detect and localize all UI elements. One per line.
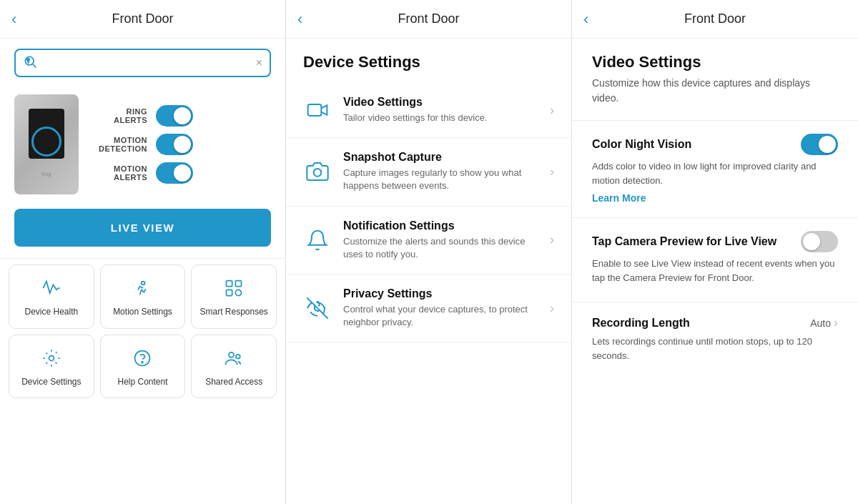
video-settings-section-title: Video Settings <box>572 39 858 76</box>
color-night-vision-desc: Adds color to video in low light for imp… <box>592 159 838 187</box>
ring-alerts-row: RINGALERTS <box>96 105 193 127</box>
middle-panel: ‹ Front Door Device Settings Video Setti… <box>286 0 572 504</box>
grid-item-smart-responses[interactable]: Smart Responses <box>191 265 277 329</box>
privacy-settings-icon <box>303 294 332 322</box>
recording-length-header: Recording Length Auto › <box>592 315 838 330</box>
motion-settings-label: Motion Settings <box>113 307 172 318</box>
device-settings-label: Device Settings <box>21 377 81 388</box>
recording-length-chevron: › <box>834 315 838 330</box>
device-grid: Device Health Motion Settings Smart Resp… <box>0 258 285 404</box>
smart-responses-icon <box>221 275 247 301</box>
svg-point-5 <box>142 282 145 285</box>
video-settings-subtitle: Customize how this device captures and d… <box>572 76 858 120</box>
notification-settings-icon <box>303 226 332 255</box>
grid-item-motion-settings[interactable]: Motion Settings <box>100 265 186 329</box>
right-back-button[interactable]: ‹ <box>583 10 588 29</box>
color-night-vision-header: Color Night Vision <box>592 134 838 155</box>
device-health-label: Device Health <box>24 307 78 318</box>
motion-alerts-row: MOTIONALERTS <box>96 162 193 184</box>
snapshot-name: Snapshot Capture <box>343 151 538 164</box>
help-content-label: Help Content <box>117 377 167 388</box>
search-clear-button[interactable]: × <box>256 56 262 69</box>
svg-point-13 <box>229 352 234 357</box>
right-panel: ‹ Front Door Video Settings Customize ho… <box>572 0 858 504</box>
live-view-button[interactable]: LIVE VIEW <box>14 209 271 247</box>
middle-title: Front Door <box>398 11 459 26</box>
device-settings-title: Device Settings <box>286 39 571 83</box>
left-header: ‹ Front Door <box>0 0 285 39</box>
snapshot-text: Snapshot Capture Capture images regularl… <box>343 151 538 192</box>
ring-alerts-label: RINGALERTS <box>96 107 147 124</box>
left-title: Front Door <box>112 11 173 26</box>
settings-list: Video Settings Tailor video settings for… <box>286 83 571 504</box>
settings-item-privacy[interactable]: Privacy Settings Control what your devic… <box>286 275 571 342</box>
device-settings-icon <box>39 345 64 371</box>
color-night-vision-toggle[interactable] <box>801 134 838 155</box>
privacy-chevron: › <box>550 301 554 316</box>
color-night-vision-row: Color Night Vision Adds color to video i… <box>572 120 858 217</box>
notification-chevron: › <box>550 232 554 247</box>
help-content-icon <box>129 345 155 371</box>
toggles-area: RINGALERTS MOTIONDETECTION MOTIONALERTS <box>96 105 193 184</box>
left-panel: ‹ Front Door × ring RINGALERTS <box>0 0 286 504</box>
search-icon <box>23 54 37 71</box>
tap-camera-preview-desc: Enable to see Live View instead of recen… <box>592 257 838 285</box>
left-back-button[interactable]: ‹ <box>11 10 16 29</box>
video-settings-text: Video Settings Tailor video settings for… <box>343 96 538 124</box>
tap-camera-preview-toggle[interactable] <box>801 231 838 252</box>
search-input[interactable] <box>43 57 250 69</box>
settings-item-video[interactable]: Video Settings Tailor video settings for… <box>286 83 571 138</box>
settings-item-notification[interactable]: Notification Settings Customize the aler… <box>286 207 571 275</box>
right-header: ‹ Front Door <box>572 0 858 39</box>
shared-access-label: Shared Access <box>205 377 262 388</box>
privacy-text: Privacy Settings Control what your devic… <box>343 287 538 329</box>
recording-length-name: Recording Length <box>592 317 690 330</box>
motion-alerts-toggle[interactable] <box>156 162 193 184</box>
notification-desc: Customize the alerts and sounds this dev… <box>343 235 538 261</box>
motion-detection-label: MOTIONDETECTION <box>96 136 147 153</box>
svg-rect-7 <box>235 281 241 287</box>
motion-detection-row: MOTIONDETECTION <box>96 134 193 155</box>
tap-camera-preview-header: Tap Camera Preview for Live View <box>592 231 838 252</box>
recording-length-value-area[interactable]: Auto › <box>810 315 838 330</box>
video-settings-desc: Tailor video settings for this device. <box>343 112 538 124</box>
video-settings-name: Video Settings <box>343 96 538 109</box>
svg-point-14 <box>236 354 240 358</box>
grid-item-device-health[interactable]: Device Health <box>9 265 94 329</box>
svg-point-10 <box>49 355 54 360</box>
svg-rect-15 <box>308 104 322 116</box>
snapshot-desc: Capture images regularly to show you wha… <box>343 167 538 192</box>
svg-rect-8 <box>227 290 232 295</box>
smart-responses-label: Smart Responses <box>199 307 267 318</box>
svg-point-2 <box>27 59 29 61</box>
search-bar[interactable]: × <box>14 49 271 77</box>
motion-settings-icon <box>129 275 155 301</box>
snapshot-chevron: › <box>550 164 554 179</box>
motion-alerts-label: MOTIONALERTS <box>96 164 147 182</box>
middle-back-button[interactable]: ‹ <box>297 10 302 29</box>
color-night-vision-learn-more-link[interactable]: Learn More <box>592 192 646 204</box>
svg-line-1 <box>33 64 36 68</box>
ring-alerts-toggle[interactable] <box>156 105 193 127</box>
recording-length-value: Auto <box>810 317 831 329</box>
tap-camera-preview-row: Tap Camera Preview for Live View Enable … <box>572 217 858 302</box>
video-settings-chevron: › <box>550 103 554 118</box>
notification-text: Notification Settings Customize the aler… <box>343 219 538 261</box>
grid-item-help-content[interactable]: Help Content <box>100 335 186 399</box>
svg-rect-6 <box>227 281 232 287</box>
notification-name: Notification Settings <box>343 219 538 232</box>
device-info: ring RINGALERTS MOTIONDETECTION MOTIONAL… <box>0 87 285 206</box>
shared-access-icon <box>221 345 247 371</box>
settings-item-snapshot[interactable]: Snapshot Capture Capture images regularl… <box>286 138 571 206</box>
grid-item-shared-access[interactable]: Shared Access <box>191 335 277 399</box>
svg-point-9 <box>235 290 241 295</box>
tap-camera-preview-name: Tap Camera Preview for Live View <box>592 235 776 248</box>
video-settings-icon <box>303 96 332 124</box>
right-title: Front Door <box>684 11 746 26</box>
snapshot-capture-icon <box>303 157 332 186</box>
middle-header: ‹ Front Door <box>286 0 571 39</box>
grid-item-device-settings[interactable]: Device Settings <box>9 335 94 399</box>
motion-detection-toggle[interactable] <box>156 134 193 155</box>
device-image: ring <box>14 94 79 194</box>
device-health-icon <box>39 275 64 301</box>
